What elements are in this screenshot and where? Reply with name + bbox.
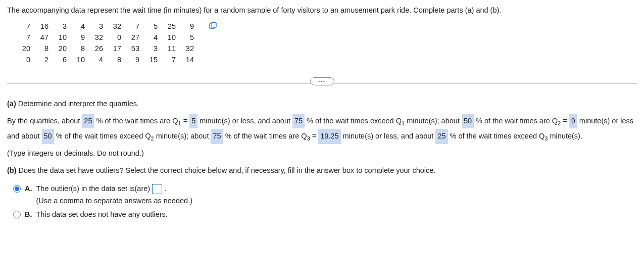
data-cell: 6 xyxy=(53,55,71,66)
data-cell: 32 xyxy=(89,32,107,43)
data-cell: 9 xyxy=(71,32,89,43)
data-cell: 7 xyxy=(16,32,34,43)
data-cell: 11 xyxy=(162,43,180,55)
data-cell: 15 xyxy=(143,55,162,66)
sub: 3 xyxy=(307,135,310,142)
data-cell: 7 xyxy=(162,55,180,66)
part-b-heading: (b) Does the data set have outliers? Sel… xyxy=(7,165,637,176)
data-cell: 26 xyxy=(89,43,107,55)
part-a-heading: (a) Determine and interpret the quartile… xyxy=(7,99,637,110)
text: minute(s); about xyxy=(156,132,211,140)
question-intro: The accompanying data represent the wait… xyxy=(7,5,637,16)
choice-b-text: This data set does not have any outliers… xyxy=(36,210,168,218)
part-a-title: Determine and interpret the quartiles. xyxy=(16,100,139,108)
answer-p50b: 50 xyxy=(42,129,54,144)
data-cell: 7 xyxy=(125,21,143,32)
part-b-label: (b) xyxy=(7,166,17,174)
data-cell: 5 xyxy=(143,21,162,32)
choice-b-letter: B. xyxy=(25,209,32,220)
table-row: 20 8 20 8 26 17 53 3 11 32 xyxy=(16,43,198,55)
text: % of the wait times are Q xyxy=(476,117,558,125)
quartile-interpretation: By the quartiles, about 25 % of the wait… xyxy=(7,114,637,145)
answer-q3: 19.25 xyxy=(318,129,340,144)
data-cell: 4 xyxy=(143,32,162,43)
data-cell: 2 xyxy=(34,55,53,66)
answer-q2: 9 xyxy=(569,114,577,129)
choice-a: A. The outlier(s) in the data set is(are… xyxy=(13,183,637,207)
data-cell: 17 xyxy=(107,43,125,55)
text: minute(s). xyxy=(550,132,582,140)
copy-icon[interactable] xyxy=(209,22,217,29)
data-table: 7 16 3 4 3 32 7 5 25 9 7 47 10 9 32 0 27… xyxy=(16,21,198,66)
part-a: (a) Determine and interpret the quartile… xyxy=(7,99,637,159)
data-cell: 20 xyxy=(53,43,71,55)
data-cell: 32 xyxy=(180,43,198,55)
data-cell: 10 xyxy=(71,55,89,66)
text: minute(s) or less, and about xyxy=(200,117,292,125)
data-cell: 4 xyxy=(71,21,89,32)
expand-pill[interactable]: ••• xyxy=(310,77,334,85)
part-a-label: (a) xyxy=(7,100,16,108)
data-cell: 47 xyxy=(34,32,53,43)
data-cell: 20 xyxy=(16,43,34,55)
data-cell: 8 xyxy=(71,43,89,55)
text: By the quartiles, about xyxy=(7,117,82,125)
data-cell: 10 xyxy=(162,32,180,43)
table-row: 7 16 3 4 3 32 7 5 25 9 xyxy=(16,21,198,32)
text: % of the wait times exceed Q xyxy=(307,117,402,125)
part-a-hint: (Type integers or decimals. Do not round… xyxy=(7,148,637,159)
data-cell: 27 xyxy=(125,32,143,43)
data-cell: 8 xyxy=(107,55,125,66)
data-table-wrap: 7 16 3 4 3 32 7 5 25 9 7 47 10 9 32 0 27… xyxy=(16,21,637,66)
text: minute(s); about xyxy=(407,117,462,125)
data-cell: 32 xyxy=(107,21,125,32)
data-cell: 25 xyxy=(162,21,180,32)
table-row: 7 47 10 9 32 0 27 4 10 5 xyxy=(16,32,198,43)
radio-choice-b[interactable] xyxy=(13,211,21,218)
data-cell: 8 xyxy=(34,43,53,55)
text: % of the wait times are Q xyxy=(96,117,178,125)
answer-p50: 50 xyxy=(462,114,474,129)
outlier-input[interactable] xyxy=(152,184,162,194)
answer-p25b: 25 xyxy=(435,129,448,144)
data-cell: 0 xyxy=(107,32,125,43)
answer-p75b: 75 xyxy=(211,129,223,144)
sub: 1 xyxy=(178,120,181,126)
data-cell: 9 xyxy=(125,55,143,66)
text: % of the wait times exceed Q xyxy=(56,132,151,140)
choice-a-text1: The outlier(s) in the data set is(are) xyxy=(36,184,153,193)
text: = xyxy=(183,117,190,125)
part-b-title: Does the data set have outliers? Select … xyxy=(17,166,436,174)
choice-a-letter: A. xyxy=(25,183,32,195)
data-cell: 16 xyxy=(34,21,53,32)
data-cell: 4 xyxy=(89,55,107,66)
choice-a-hint: (Use a comma to separate answers as need… xyxy=(36,196,637,207)
text: % of the wait times are Q xyxy=(225,132,307,140)
data-cell: 7 xyxy=(16,21,34,32)
text: = xyxy=(563,117,569,125)
answer-p25: 25 xyxy=(82,114,94,129)
data-cell: 3 xyxy=(53,21,71,32)
data-cell: 9 xyxy=(180,21,198,32)
data-cell: 53 xyxy=(125,43,143,55)
text: % of the wait times exceed Q xyxy=(450,132,545,140)
svg-rect-1 xyxy=(211,23,216,27)
data-cell: 0 xyxy=(16,55,34,66)
data-cell: 10 xyxy=(53,32,71,43)
radio-choice-a[interactable] xyxy=(13,185,21,193)
text: minute(s) or less, and about xyxy=(343,132,436,140)
sub: 1 xyxy=(402,120,405,126)
data-cell: 5 xyxy=(180,32,198,43)
answer-q1: 5 xyxy=(189,114,197,129)
data-cell: 3 xyxy=(89,21,107,32)
sub: 2 xyxy=(151,135,154,142)
data-cell: 14 xyxy=(180,55,198,66)
sub: 3 xyxy=(544,135,548,142)
text: = xyxy=(312,132,319,140)
sub: 2 xyxy=(558,120,561,126)
choice-a-text2: . xyxy=(164,184,166,193)
data-cell: 3 xyxy=(143,43,162,55)
table-row: 0 2 6 10 4 8 9 15 7 14 xyxy=(16,55,198,66)
answer-p75: 75 xyxy=(292,114,305,129)
choice-b: B. This data set does not have any outli… xyxy=(13,209,637,220)
